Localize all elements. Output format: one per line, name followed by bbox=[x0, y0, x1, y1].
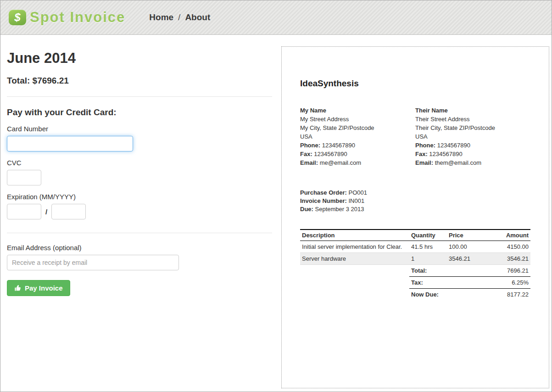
pay-invoice-button[interactable]: Pay Invoice bbox=[7, 280, 70, 296]
table-row: Server hardware 1 3546.21 3546.21 bbox=[300, 253, 530, 265]
navbar: $ Spot Invoice Home / About bbox=[0, 0, 552, 35]
now-due-value: 8177.22 bbox=[488, 289, 530, 301]
purchase-order: Purchase Order: PO001 bbox=[300, 189, 530, 197]
tax-label: Tax: bbox=[409, 277, 447, 289]
item-price: 3546.21 bbox=[447, 253, 488, 265]
item-quantity: 1 bbox=[409, 253, 447, 265]
brand-icon: $ bbox=[9, 10, 26, 25]
to-email: Email: them@email.com bbox=[415, 158, 530, 167]
nav-links: Home / About bbox=[149, 12, 210, 22]
now-due-label: Now Due: bbox=[409, 289, 447, 301]
item-price: 100.00 bbox=[447, 241, 488, 253]
email-input[interactable] bbox=[7, 255, 179, 270]
page-title: June 2014 bbox=[7, 50, 272, 67]
expiration-month-input[interactable] bbox=[7, 204, 41, 219]
brand[interactable]: $ Spot Invoice bbox=[9, 9, 125, 26]
invoice-total: Total: $7696.21 bbox=[7, 76, 272, 86]
total-row: Total: 7696.21 bbox=[300, 265, 530, 277]
nav-separator: / bbox=[178, 12, 180, 22]
due-date: Due: September 3 2013 bbox=[300, 205, 530, 213]
pay-invoice-label: Pay Invoice bbox=[25, 284, 63, 292]
total-label: Total: bbox=[409, 265, 447, 277]
divider bbox=[7, 233, 272, 233]
tax-row: Tax: 6.25% bbox=[300, 277, 530, 289]
to-address: Their Name Their Street Address Their Ci… bbox=[415, 106, 530, 167]
from-email: Email: me@email.com bbox=[300, 158, 415, 167]
col-quantity: Quantity bbox=[409, 230, 447, 241]
tax-value: 6.25% bbox=[488, 277, 530, 289]
item-amount: 4150.00 bbox=[488, 241, 530, 253]
to-fax: Fax: 1234567890 bbox=[415, 150, 530, 158]
to-city: Their City, State ZIP/Postcode bbox=[415, 123, 530, 132]
col-description: Description bbox=[300, 230, 409, 241]
cvc-label: CVC bbox=[7, 159, 272, 167]
to-street: Their Street Address bbox=[415, 115, 530, 123]
card-number-input[interactable] bbox=[7, 136, 133, 151]
from-country: USA bbox=[300, 132, 415, 141]
item-description: Server hardware bbox=[300, 253, 409, 265]
invoice-meta: Purchase Order: PO001 Invoice Number: IN… bbox=[300, 189, 530, 213]
brand-title: Spot Invoice bbox=[30, 9, 125, 26]
card-number-label: Card Number bbox=[7, 125, 272, 133]
table-header-row: Description Quantity Price Amount bbox=[300, 230, 530, 241]
line-items-table: Description Quantity Price Amount Initia… bbox=[300, 229, 530, 300]
total-value: 7696.21 bbox=[488, 265, 530, 277]
page: $ Spot Invoice Home / About June 2014 To… bbox=[0, 0, 552, 392]
email-label: Email Address (optional) bbox=[7, 244, 272, 252]
thumbs-up-icon bbox=[14, 285, 21, 291]
to-name: Their Name bbox=[415, 106, 530, 115]
expiration-label: Expiration (MM/YYYY) bbox=[7, 193, 272, 201]
nav-link-about[interactable]: About bbox=[185, 12, 210, 22]
expiration-separator: / bbox=[45, 208, 47, 216]
expiration-year-input[interactable] bbox=[51, 204, 86, 219]
from-address: My Name My Street Address My City, State… bbox=[300, 106, 415, 167]
nav-link-home[interactable]: Home bbox=[149, 12, 173, 22]
invoice-preview: IdeaSynthesis My Name My Street Address … bbox=[281, 46, 549, 388]
from-fax: Fax: 1234567890 bbox=[300, 150, 415, 158]
cvc-input[interactable] bbox=[7, 170, 41, 185]
item-quantity: 41.5 hrs bbox=[409, 241, 447, 253]
company-name: IdeaSynthesis bbox=[300, 78, 530, 89]
expiration-row: / bbox=[7, 204, 272, 219]
from-street: My Street Address bbox=[300, 115, 415, 123]
now-due-row: Now Due: 8177.22 bbox=[300, 289, 530, 301]
credit-card-heading: Pay with your Credit Card: bbox=[7, 107, 272, 118]
invoice-number: Invoice Number: IN001 bbox=[300, 197, 530, 205]
item-description: Initial server implementation for Clear. bbox=[300, 241, 409, 253]
from-city: My City, State ZIP/Postcode bbox=[300, 123, 415, 132]
table-row: Initial server implementation for Clear.… bbox=[300, 241, 530, 253]
from-name: My Name bbox=[300, 106, 415, 115]
payment-panel: June 2014 Total: $7696.21 Pay with your … bbox=[7, 35, 272, 296]
item-amount: 3546.21 bbox=[488, 253, 530, 265]
from-phone: Phone: 1234567890 bbox=[300, 141, 415, 150]
to-phone: Phone: 1234567890 bbox=[415, 141, 530, 150]
divider bbox=[7, 96, 272, 97]
address-blocks: My Name My Street Address My City, State… bbox=[300, 106, 530, 167]
to-country: USA bbox=[415, 132, 530, 141]
col-price: Price bbox=[447, 230, 488, 241]
col-amount: Amount bbox=[488, 230, 530, 241]
